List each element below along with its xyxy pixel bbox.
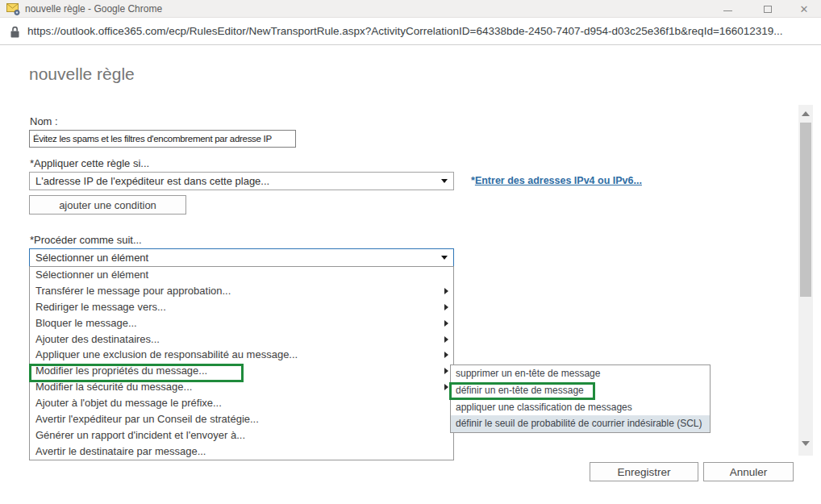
action-menu-item-label: Avertir le destinataire par message... [35, 445, 206, 457]
action-menu-item-label: Rediriger le message vers... [35, 301, 166, 313]
submenu-arrow-icon [444, 352, 448, 358]
submenu-arrow-icon [444, 384, 448, 390]
action-menu-item-label: Avertir l'expéditeur par un Conseil de s… [35, 413, 259, 425]
action-menu-item[interactable]: Appliquer une exclusion de responsabilit… [30, 347, 453, 363]
add-condition-button[interactable]: ajouter une condition [29, 195, 186, 215]
action-menu-item[interactable]: Modifier les propriétés du message... [30, 363, 453, 379]
action-menu-item-label: Bloquer le message... [35, 317, 137, 329]
action-menu-item[interactable]: Générer un rapport d'incident et l'envoy… [30, 427, 453, 444]
action-menu-item-label: Sélectionner un élément [35, 269, 148, 281]
rule-name-input[interactable] [29, 130, 296, 148]
condition-selected-value: L'adresse IP de l'expéditeur est dans ce… [35, 175, 269, 187]
submenu-item-label: appliquer une classification de messages [456, 402, 632, 413]
action-menu-item-label: Appliquer une exclusion de responsabilit… [35, 348, 298, 360]
action-menu-item-label: Modifier la sécurité du message... [35, 381, 192, 393]
submenu-arrow-icon [444, 368, 448, 374]
action-menu-item-label: Générer un rapport d'incident et l'envoy… [35, 429, 245, 441]
enter-ip-addresses-link[interactable]: *Entrer des adresses IPv4 ou IPv6... [471, 175, 642, 186]
submenu-item[interactable]: supprimer un en-tête de message [451, 365, 710, 382]
scroll-up-icon[interactable] [802, 111, 810, 116]
minimize-button[interactable] [717, 0, 738, 18]
window-title: nouvelle règle - Google Chrome [25, 3, 162, 15]
browser-window: nouvelle règle - Google Chrome ✕ https:/… [0, 0, 821, 504]
submenu-item[interactable]: appliquer une classification de messages [451, 399, 710, 416]
titlebar: nouvelle règle - Google Chrome ✕ [0, 0, 821, 18]
submenu-item-label: définir le seuil de probabilité de courr… [456, 418, 702, 429]
action-menu-item[interactable]: Transférer le message pour approbation..… [30, 283, 453, 299]
dropdown-arrow-icon [441, 256, 448, 260]
scrollbar-thumb[interactable] [800, 123, 811, 297]
maximize-button[interactable] [757, 0, 778, 18]
submenu-item-label: définir un en-tête de message [456, 385, 584, 396]
action-menu-item[interactable]: Ajouter à l'objet du message le préfixe.… [30, 395, 453, 411]
cancel-button[interactable]: Annuler [703, 462, 794, 481]
name-label: Nom : [30, 115, 58, 127]
url-text[interactable]: https://outlook.office365.com/ecp/RulesE… [27, 25, 783, 37]
action-menu-item[interactable]: Rediriger le message vers... [30, 299, 453, 315]
submenu-item-label: supprimer un en-tête de message [456, 368, 600, 379]
action-menu-item[interactable]: Avertir le destinataire par message... [30, 444, 453, 460]
minimize-icon [723, 10, 732, 11]
action-select[interactable]: Sélectionner un élément [29, 248, 454, 267]
action-menu-item[interactable]: Sélectionner un élément [30, 267, 453, 283]
submenu-arrow-icon [444, 336, 448, 343]
url-bar: https://outlook.office365.com/ecp/RulesE… [0, 19, 821, 45]
action-menu-item-label: Transférer le message pour approbation..… [35, 285, 231, 297]
submenu-arrow-icon [444, 288, 448, 294]
action-menu-item[interactable]: Bloquer le message... [30, 315, 453, 331]
action-selected-value: Sélectionner un élément [35, 252, 148, 264]
link-text[interactable]: Entrer des adresses IPv4 ou IPv6... [475, 175, 642, 186]
submenu-item[interactable]: définir un en-tête de message [451, 382, 710, 399]
dropdown-arrow-icon [441, 179, 448, 183]
submenu-arrow-icon [444, 320, 448, 327]
action-label: *Procéder comme suit... [30, 234, 142, 246]
lock-icon[interactable] [10, 26, 20, 42]
scroll-down-icon[interactable] [802, 441, 810, 446]
action-menu-item-label: Modifier les propriétés du message... [35, 364, 207, 377]
action-menu-item[interactable]: Modifier la sécurité du message... [30, 379, 453, 395]
condition-select[interactable]: L'adresse IP de l'expéditeur est dans ce… [29, 172, 454, 190]
modify-properties-submenu: supprimer un en-tête de message définir … [450, 364, 711, 433]
submenu-item[interactable]: définir le seuil de probabilité de courr… [451, 415, 710, 432]
condition-label: *Appliquer cette règle si... [30, 157, 149, 169]
vertical-scrollbar[interactable] [798, 105, 813, 456]
save-button[interactable]: Enregistrer [590, 462, 698, 481]
action-menu-item[interactable]: Ajouter des destinataires... [30, 331, 453, 348]
action-menu-item-label: Ajouter à l'objet du message le préfixe.… [35, 397, 222, 409]
action-menu-item[interactable]: Avertir l'expéditeur par un Conseil de s… [30, 411, 453, 427]
submenu-arrow-icon [444, 304, 448, 310]
action-dropdown-menu: Sélectionner un élément Transférer le me… [29, 266, 454, 460]
exchange-mail-gear-icon [6, 3, 20, 19]
action-menu-item-label: Ajouter des destinataires... [35, 333, 160, 345]
close-button[interactable]: ✕ [794, 0, 815, 18]
page-title: nouvelle règle [29, 65, 135, 84]
maximize-icon [764, 6, 772, 13]
